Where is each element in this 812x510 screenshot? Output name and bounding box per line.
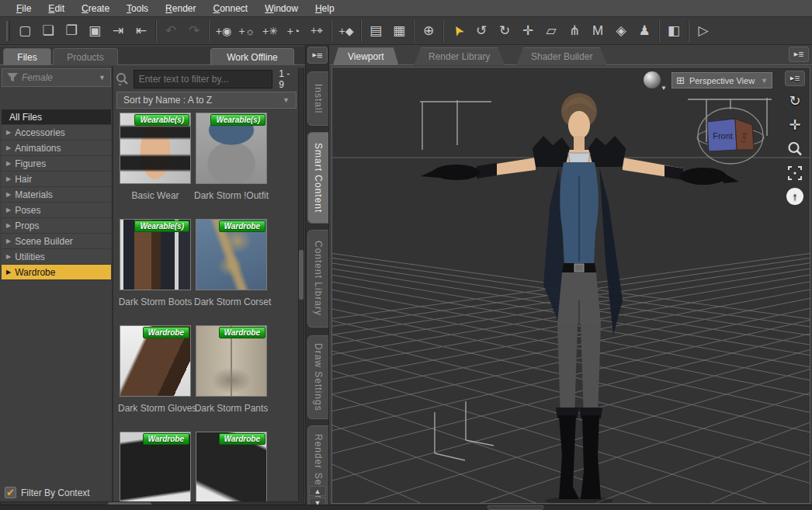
search-icon[interactable]	[115, 72, 134, 86]
category-label: Utilities	[15, 252, 45, 262]
import-file-icon[interactable]: ⇥	[106, 20, 130, 42]
product-item[interactable]: Wardrobe	[194, 432, 269, 502]
merge-file-icon[interactable]: ❐	[60, 20, 83, 42]
pan-icon[interactable]: ✛	[785, 116, 805, 134]
translate-tool-icon[interactable]: ✛	[516, 20, 540, 42]
product-thumbnail[interactable]: Wearable(s)	[120, 219, 191, 290]
sidebar-item-materials[interactable]: ▶Materials	[2, 187, 111, 203]
sidebar-item-utilities[interactable]: ▶Utilities	[2, 249, 111, 265]
product-item-dark-storm-corset[interactable]: Wardrobe Dark Storm Corset	[194, 219, 269, 307]
new-primitive-icon[interactable]: +◆	[335, 20, 358, 42]
product-thumbnail[interactable]: Wardrobe	[196, 325, 267, 397]
new-point-light-icon[interactable]: +✳	[259, 20, 282, 42]
pane-menu-icon[interactable]: ▶≡	[789, 47, 809, 62]
product-item-dark-storm-boots[interactable]: Wearable(s) Dark Storm Boots	[118, 219, 193, 307]
menu-create[interactable]: Create	[73, 2, 118, 16]
viewport-3d-canvas[interactable]: ▼ ⊞ Perspective View ▼ ▶≡ ↻ ✛ ↑	[331, 67, 810, 504]
search-input[interactable]	[134, 70, 273, 88]
character-figure[interactable]	[421, 93, 739, 504]
product-item[interactable]: Wardrobe	[118, 432, 193, 502]
menu-tools[interactable]: Tools	[118, 2, 157, 16]
chevron-down-icon[interactable]: ▼	[661, 85, 667, 92]
sidebar-item-scene-builder[interactable]: ▶Scene Builder	[2, 234, 111, 249]
sidebar-item-all-files[interactable]: All Files	[2, 109, 111, 125]
viewport-options-icon[interactable]: ▶≡	[785, 71, 805, 86]
open-file-icon[interactable]: ❏	[36, 20, 60, 42]
rotate-tool-icon[interactable]: ↺	[470, 20, 493, 42]
product-item-dark-storm-pants[interactable]: Wardrobe Dark Storm Pants	[194, 325, 269, 414]
sidebar-item-poses[interactable]: ▶Poses	[2, 203, 111, 218]
geometry-editor-tool-icon[interactable]: M	[586, 20, 609, 42]
surface-selection-tool-icon[interactable]: ◈	[609, 20, 633, 42]
product-thumbnail[interactable]: Wearable(s)	[196, 113, 267, 184]
window-bottom-splitter[interactable]	[0, 505, 812, 510]
spot-render-tool-icon[interactable]: ◧	[662, 20, 685, 42]
scene-list-view-icon[interactable]: ▤	[364, 20, 387, 42]
product-thumbnail[interactable]: Wardrobe	[196, 432, 267, 502]
universal-tool-icon[interactable]: ⊕	[417, 20, 440, 42]
menu-connect[interactable]: Connect	[204, 2, 256, 16]
menu-window[interactable]: Window	[256, 2, 307, 16]
scrollbar-thumb[interactable]	[299, 250, 304, 300]
draw-style-sphere-icon[interactable]	[644, 71, 661, 88]
sidebar-item-accessories[interactable]: ▶Accessories	[2, 125, 111, 141]
sidebar-item-wardrobe[interactable]: ▶Wardrobe	[2, 265, 111, 280]
splitter-handle[interactable]	[488, 505, 543, 510]
pointer-tool-icon[interactable]: ▷	[692, 20, 715, 42]
new-spotlight-icon[interactable]: +⌖	[305, 20, 328, 42]
new-camera-icon[interactable]: +◉	[212, 20, 235, 42]
sort-dropdown[interactable]: Sort by Name : A to Z ▼	[116, 92, 297, 109]
checkbox-checked-icon[interactable]: ✔	[5, 487, 16, 498]
new-distant-light-icon[interactable]: +☼	[235, 20, 259, 42]
tab-products[interactable]: Products	[53, 48, 118, 65]
camera-view-dropdown[interactable]: ⊞ Perspective View ▼	[671, 72, 772, 88]
sidebar-item-hair[interactable]: ▶Hair	[2, 172, 111, 187]
view-cube[interactable]: Front Left	[693, 99, 768, 168]
save-file-icon[interactable]: ▣	[83, 20, 106, 42]
tab-render-library[interactable]: Render Library	[414, 47, 505, 65]
scale-tool-icon[interactable]: ▱	[540, 20, 563, 42]
tab-content-library[interactable]: Content Library	[307, 230, 328, 328]
tab-install[interactable]: Install	[307, 71, 328, 126]
sidebar-item-animations[interactable]: ▶Animations	[2, 141, 111, 156]
figure-setup-tool-icon[interactable]: ♟	[633, 20, 656, 42]
menu-file[interactable]: File	[8, 2, 40, 16]
tab-draw-settings[interactable]: Draw Settings	[307, 335, 328, 419]
sidebar-item-figures[interactable]: ▶Figures	[2, 156, 111, 172]
vertical-scrollbar[interactable]	[298, 68, 304, 501]
menu-help[interactable]: Help	[307, 2, 343, 16]
thumbnail-view-icon[interactable]: ▦	[387, 20, 411, 42]
joint-editor-tool-icon[interactable]: ⋔	[563, 20, 586, 42]
undo-icon[interactable]: ↶	[159, 20, 182, 42]
orbit-icon[interactable]: ↻	[785, 92, 805, 110]
toolbar-grip[interactable]	[6, 21, 10, 41]
tab-shader-builder[interactable]: Shader Builder	[516, 47, 607, 65]
product-thumbnail[interactable]: Wardrobe	[196, 219, 267, 290]
product-thumbnail[interactable]: Wardrobe	[120, 325, 191, 397]
menu-render[interactable]: Render	[157, 2, 204, 16]
filter-by-context[interactable]: ✔ Filter By Context	[5, 487, 90, 498]
product-item-dark-storm-gloves[interactable]: Wardrobe Dark Storm Gloves	[118, 325, 193, 414]
product-item-basic-wear[interactable]: Wearable(s) Basic Wear	[118, 113, 193, 201]
zoom-icon[interactable]	[785, 140, 805, 158]
pane-menu-icon[interactable]: ▶≡	[307, 47, 328, 64]
tab-scroll-up[interactable]: ▲	[309, 486, 326, 496]
menu-edit[interactable]: Edit	[40, 2, 73, 16]
tab-viewport[interactable]: Viewport	[333, 47, 398, 65]
new-linear-point-light-icon[interactable]: +◔	[282, 20, 305, 42]
twist-tool-icon[interactable]: ↻	[493, 20, 516, 42]
frame-icon[interactable]	[785, 164, 805, 182]
tab-files[interactable]: Files	[3, 48, 51, 65]
product-thumbnail[interactable]: Wardrobe	[120, 432, 191, 502]
product-item-dark-storm-outfit[interactable]: Wearable(s) Dark Storm !Outfit	[194, 113, 269, 201]
sidebar-item-props[interactable]: ▶Props	[2, 218, 111, 234]
work-offline-button[interactable]: Work Offline	[210, 48, 294, 65]
export-file-icon[interactable]: ⇤	[130, 20, 153, 42]
product-thumbnail[interactable]: Wearable(s)	[120, 113, 191, 184]
redo-icon[interactable]: ↷	[182, 20, 206, 42]
tab-smart-content[interactable]: Smart Content	[307, 132, 328, 224]
node-selection-tool-icon[interactable]: ➤	[446, 20, 470, 42]
new-file-icon[interactable]: ▢	[13, 20, 36, 42]
context-filter-dropdown[interactable]: Female ▼	[2, 68, 111, 87]
reset-home-icon[interactable]: ↑	[786, 188, 803, 205]
